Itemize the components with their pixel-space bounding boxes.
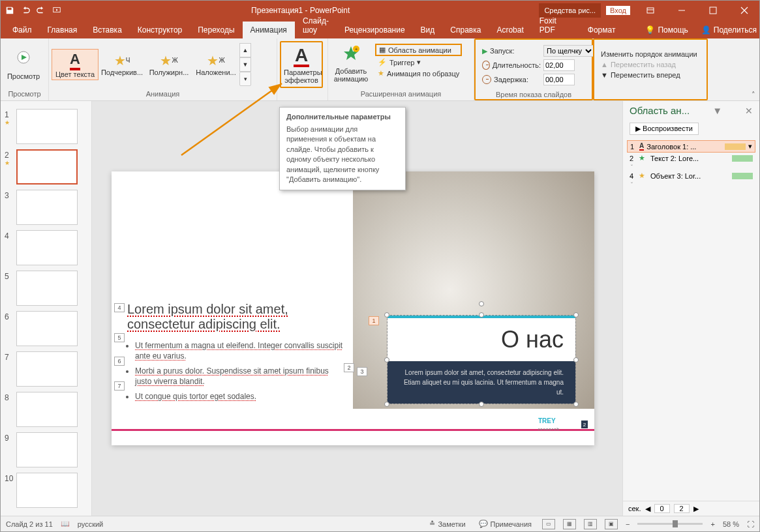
minimize-icon[interactable] <box>667 1 697 20</box>
slide-thumbnails-panel[interactable]: 1★ 2★ 3 4 5 6 7 8 9 10 <box>1 101 92 516</box>
slide-subtitle[interactable]: Lorem ipsum dolor sit amet, consectetur … <box>388 361 575 404</box>
prev-icon[interactable]: ◀ <box>645 505 650 513</box>
save-icon[interactable] <box>5 5 15 16</box>
ribbon-options-icon[interactable] <box>635 1 665 20</box>
chevron-down-icon[interactable]: ▾ <box>748 142 752 151</box>
tab-view[interactable]: Вид <box>413 22 443 38</box>
start-icon[interactable] <box>52 5 62 16</box>
tab-design[interactable]: Конструктор <box>130 22 190 38</box>
redo-icon[interactable] <box>36 5 46 16</box>
reading-view-icon[interactable]: ▥ <box>584 519 597 529</box>
zoom-slider[interactable] <box>637 523 703 525</box>
tab-insert[interactable]: Вставка <box>85 22 130 38</box>
start-select[interactable]: По щелчку <box>543 45 594 57</box>
tab-format[interactable]: Формат <box>580 22 624 38</box>
tab-slideshow[interactable]: Слайд-шоу <box>295 12 337 38</box>
timeline-cur[interactable] <box>654 504 670 513</box>
anim-list-item[interactable]: 4 ★ Объект 3: Lor... <box>627 170 755 181</box>
anim-tag[interactable]: 2 <box>344 363 354 372</box>
close-pane-icon[interactable]: ✕ <box>745 106 753 116</box>
tell-me[interactable]: 💡Помощь <box>639 22 694 38</box>
slide-heading[interactable]: Lorem ipsum dolor sit amet, consectetur … <box>127 302 288 332</box>
anim-list-item[interactable]: 1 A Заголовок 1: ... ▾ <box>627 140 755 153</box>
animation-painter-button[interactable]: ★ Анимация по образцу <box>375 68 462 78</box>
tab-animations[interactable]: Анимация <box>243 22 295 38</box>
slide-counter[interactable]: Слайд 2 из 11 <box>6 520 53 528</box>
tab-foxit[interactable]: Foxit PDF <box>532 12 564 38</box>
anim-tag[interactable]: 3 <box>357 367 367 376</box>
tab-review[interactable]: Рецензирование <box>337 22 413 38</box>
anim-tag[interactable]: 4 <box>114 303 125 312</box>
anim-tag[interactable]: 6 <box>114 357 125 366</box>
font-color-anim-icon: A <box>70 51 80 70</box>
thumb-9[interactable] <box>16 432 78 467</box>
thumb-2[interactable] <box>16 149 78 185</box>
expand-icon[interactable]: ˇ <box>627 164 755 170</box>
slide[interactable]: 4 5 6 7 Lorem ipsum dolor sit amet, cons… <box>112 171 594 445</box>
add-anim-star-icon: + <box>341 44 361 65</box>
zoom-in-icon[interactable]: + <box>710 520 714 528</box>
tab-acrobat[interactable]: Acrobat <box>489 22 531 38</box>
thumb-4[interactable] <box>16 230 78 265</box>
thumb-5[interactable] <box>16 271 78 306</box>
anim-gallery-item[interactable]: A Цвет текста <box>52 49 99 80</box>
thumb-6[interactable] <box>16 311 78 346</box>
move-later-button[interactable]: ▼ Переместить вперед <box>601 70 697 80</box>
preview-button[interactable]: Просмотр <box>3 46 44 83</box>
fit-window-icon[interactable]: ⛶ <box>747 520 754 528</box>
close-icon[interactable] <box>729 1 759 20</box>
anim-tag[interactable]: 1 <box>369 316 379 325</box>
timeline-total[interactable] <box>674 504 690 513</box>
svg-rect-2 <box>710 7 716 14</box>
play-animations-button[interactable]: ▶ Воспроизвести <box>630 123 699 135</box>
svg-rect-1 <box>647 8 654 13</box>
maximize-icon[interactable] <box>698 1 728 20</box>
tab-file[interactable]: Файл <box>5 22 40 38</box>
zoom-out-icon[interactable]: − <box>626 520 630 528</box>
sorter-view-icon[interactable]: ▦ <box>563 519 576 529</box>
star-icon: ★Ч <box>114 53 130 68</box>
anim-gallery-item[interactable]: ★Ч Подчеркив... <box>99 52 145 78</box>
login-button[interactable]: Вход <box>606 6 630 15</box>
effect-options-button[interactable]: A Параметры эффектов <box>280 41 323 88</box>
thumb-3[interactable] <box>16 190 78 225</box>
tab-transitions[interactable]: Переходы <box>190 22 242 38</box>
anim-gallery-item[interactable]: ★Ж Полужирн... <box>145 52 192 78</box>
thumb-10[interactable] <box>16 473 78 508</box>
zoom-level[interactable]: 58 % <box>723 520 739 528</box>
slideshow-view-icon[interactable]: ▣ <box>605 519 618 529</box>
tab-home[interactable]: Главная <box>40 22 85 38</box>
add-animation-button[interactable]: + Добавить анимацию <box>331 41 371 87</box>
collapse-ribbon-icon[interactable]: ˄ <box>752 91 755 99</box>
pane-dropdown-icon[interactable]: ▼ <box>712 105 722 116</box>
selected-textbox[interactable]: О нас Lorem ipsum dolor sit amet, consec… <box>387 315 576 404</box>
thumb-8[interactable] <box>16 392 78 427</box>
gallery-more-icon[interactable]: ▾ <box>239 72 251 86</box>
trigger-button[interactable]: ⚡ Триггер▾ <box>375 57 462 67</box>
slide-title[interactable]: О нас <box>388 316 575 361</box>
slide-bullet-list[interactable]: Ut fermentum a magna ut eleifend. Intege… <box>135 341 344 407</box>
thumb-7[interactable] <box>16 351 78 387</box>
normal-view-icon[interactable]: ▭ <box>542 519 555 529</box>
slide-page-number: 2 <box>581 421 588 428</box>
anim-list-item[interactable]: 2 ★ Текст 2: Lore... <box>627 153 755 164</box>
anim-tag[interactable]: 5 <box>114 333 125 342</box>
notes-button[interactable]: ≛Заметки <box>427 520 468 528</box>
tab-help[interactable]: Справка <box>442 22 489 38</box>
next-icon[interactable]: ▶ <box>693 505 699 513</box>
undo-icon[interactable] <box>20 5 31 16</box>
gallery-up-icon[interactable]: ▲ <box>239 43 251 57</box>
comments-button[interactable]: 💬Примечания <box>476 520 535 528</box>
share-button[interactable]: 👤Поделиться <box>695 22 760 38</box>
gallery-down-icon[interactable]: ▼ <box>239 57 251 72</box>
expand-icon[interactable]: ˇ <box>627 181 755 188</box>
anim-tag[interactable]: 7 <box>114 381 125 391</box>
animation-pane-toggle[interactable]: ▦ Область анимации <box>375 44 462 56</box>
language-status[interactable]: русский <box>78 520 103 528</box>
delay-input[interactable] <box>543 74 575 85</box>
share-icon: 👤 <box>701 25 711 35</box>
duration-input[interactable] <box>543 59 575 71</box>
thumb-1[interactable] <box>16 109 78 144</box>
anim-gallery-item[interactable]: ★Ж Наложени... <box>192 52 239 78</box>
spellcheck-icon[interactable]: 📖 <box>61 520 70 528</box>
